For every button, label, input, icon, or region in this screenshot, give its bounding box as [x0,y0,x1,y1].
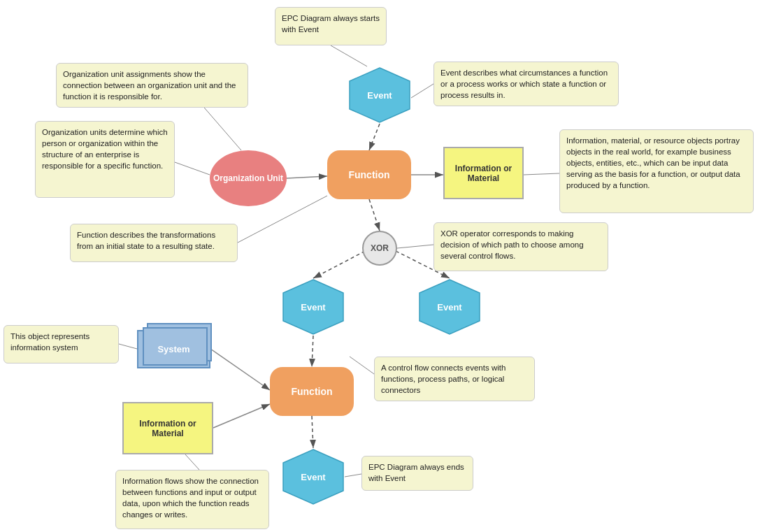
event-mid-right-label: Event [437,302,461,312]
function-bottom-label: Function [291,386,332,397]
org-unit: Organization Unit [210,150,287,206]
event-mid-right: Event [418,278,481,336]
svg-line-11 [213,404,270,428]
event-bottom-label: Event [301,472,325,482]
callout-function-describes: Function describes the transformations f… [70,224,238,262]
epc-diagram: EPC Diagram always starts with Event Org… [0,0,760,532]
svg-line-14 [411,84,433,98]
callout-system: This object represents information syste… [3,325,119,364]
callout-control-flow: A control flow connects events with func… [374,357,535,401]
info-bottom-label: Information or Material [124,419,212,438]
callout-event-describes: Event describes what circumstances a fun… [433,62,619,106]
svg-line-15 [175,162,210,175]
svg-line-19 [119,344,137,349]
event-top: Event [348,66,411,124]
event-mid-left: Event [282,278,345,336]
callout-info-flows: Information flows show the connection be… [115,470,269,529]
org-unit-label: Organization Unit [213,173,283,183]
callout-info-material: Information, material, or resource objec… [559,129,754,213]
system-box: System [137,330,210,368]
svg-line-3 [369,199,380,231]
function-top-label: Function [348,169,389,180]
info-material-bottom: Information or Material [122,402,213,454]
svg-line-2 [369,124,380,150]
system-label: System [157,344,189,354]
callout-ends: EPC Diagram always ends with Event [361,456,473,491]
info-material-top: Information or Material [443,147,524,199]
svg-line-12 [331,45,367,66]
svg-line-22 [185,454,199,470]
svg-line-6 [312,336,313,367]
callout-org-unit-assignment: Organization unit assignments show the c… [56,63,248,108]
svg-line-18 [397,245,433,248]
event-bottom: Event [282,448,345,505]
xor-circle: XOR [362,231,397,266]
function-bottom: Function [270,367,354,416]
svg-line-10 [210,349,270,390]
info-top-label: Information or Material [445,164,522,183]
event-mid-left-label: Event [301,302,325,312]
svg-line-21 [345,474,361,477]
svg-line-7 [312,416,313,448]
event-top-label: Event [367,90,392,101]
function-top: Function [327,150,411,199]
svg-line-4 [313,248,371,278]
callout-starts: EPC Diagram always starts with Event [275,7,387,45]
callout-xor: XOR operator corresponds to making decis… [433,222,608,271]
callout-org-units-determine: Organization units determine which perso… [35,121,175,198]
svg-line-20 [350,357,374,374]
xor-label: XOR [371,243,389,253]
svg-line-8 [287,176,327,178]
svg-line-16 [524,173,559,175]
